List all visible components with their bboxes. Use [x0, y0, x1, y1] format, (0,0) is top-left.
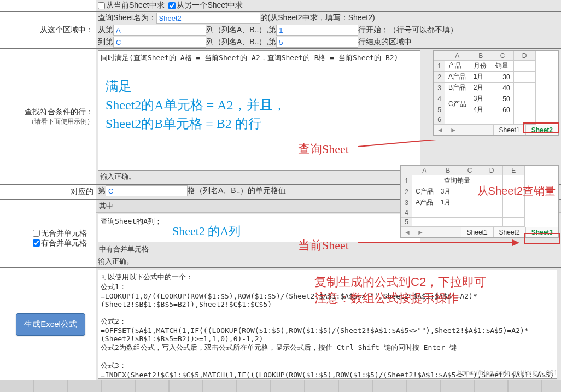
from-col-input[interactable]	[113, 25, 206, 36]
mapping-label: 对应的	[71, 187, 94, 197]
col-hint-2: 列（列名A、B..）,第	[206, 37, 276, 47]
to-col-input[interactable]	[113, 37, 206, 48]
tab2-sheet3[interactable]: Sheet3	[525, 227, 558, 237]
nav-right-icon-2[interactable]: ►	[414, 229, 427, 236]
condition-textarea[interactable]	[98, 50, 420, 171]
region-label: 从这个区域中：	[40, 25, 94, 35]
row-end-hint: 行结束的区域中	[358, 37, 412, 47]
merge-textarea[interactable]	[98, 214, 420, 242]
cb-has-merge-label: 有合并单元格	[41, 238, 87, 248]
tab2-sheet1[interactable]: Sheet1	[461, 227, 493, 237]
cb-no-merge[interactable]	[33, 230, 40, 237]
from-label: 从第	[98, 25, 113, 35]
cb-current-sheet-label: 从当前Sheet中求	[106, 1, 165, 10]
to-row-input[interactable]	[276, 37, 358, 48]
mini-sheet-current: ABCDE 1查询销量 2C产品3月 3A产品1月 4 5 ◄ ► Sheet1…	[400, 165, 559, 238]
formula-output[interactable]	[98, 270, 557, 379]
mini-sheet-query: ABCD 1产品月份销量 2A产品1月30 3B产品2月40 4C产品3月50 …	[433, 50, 559, 136]
cb-other-sheet[interactable]	[168, 2, 176, 9]
col-hint-1: 列（列名A、B..）,第	[206, 25, 276, 35]
query-sheet-suffix: 的(从Sheet2中求，填写：Sheet2)	[260, 13, 375, 23]
nav-left-icon[interactable]: ◄	[434, 126, 447, 134]
generate-formula-button[interactable]: 生成Excel公式	[16, 313, 85, 336]
nav-right-icon[interactable]: ►	[447, 126, 460, 134]
query-sheet-label: 查询Sheet名为：	[98, 13, 156, 23]
tab2-sheet2[interactable]: Sheet2	[493, 227, 525, 237]
condition-label: 查找符合条件的行：	[25, 107, 94, 117]
from-row-input[interactable]	[276, 25, 358, 36]
merge-status: 输入正确。	[96, 255, 561, 267]
mapping-col-input[interactable]	[106, 185, 188, 196]
tab-sheet1[interactable]: Sheet1	[493, 125, 525, 135]
condition-hint: （请看下面使用示例）	[28, 117, 94, 126]
to-label: 到第	[98, 37, 113, 47]
cb-no-merge-label: 无合并单元格	[41, 229, 87, 238]
nav-left-icon-2[interactable]: ◄	[401, 229, 414, 236]
query-sheet-input[interactable]	[156, 13, 260, 24]
merge-midlabel: 中有合并单元格	[96, 243, 561, 255]
cb-has-merge[interactable]	[33, 239, 40, 247]
mapping-suffix: 格（列名A、B..）的单元格值	[188, 186, 286, 196]
mapping-prefix: 第	[98, 186, 106, 196]
cb-other-sheet-label: 从另一个Sheet中求	[177, 1, 243, 10]
tab-sheet2[interactable]: Sheet2	[525, 125, 558, 135]
watermark-text: https://blog.csdn.net/loubo_001	[458, 369, 558, 377]
cb-current-sheet[interactable]	[98, 2, 105, 9]
row-start-hint: 行开始；（行号可以都不填）	[358, 25, 458, 35]
